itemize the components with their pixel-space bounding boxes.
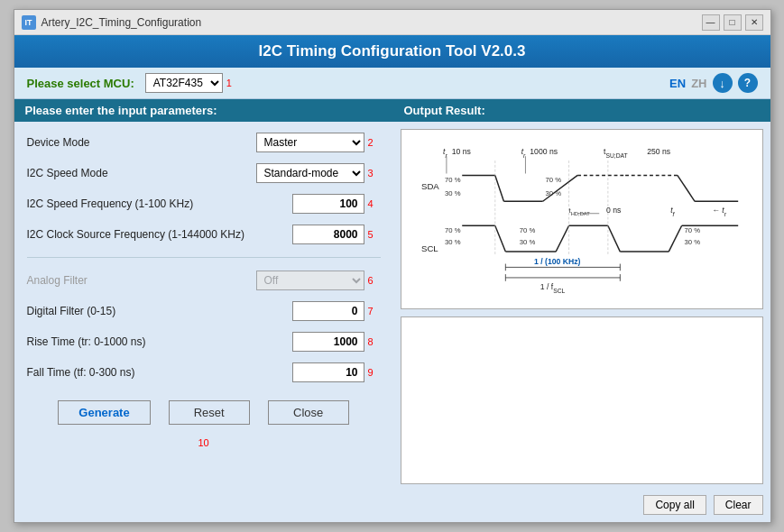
- svg-text:30 %: 30 %: [444, 189, 460, 197]
- fall-time-label: Fall Time (tf: 0-300 ns): [27, 366, 292, 379]
- svg-text:0 ns: 0 ns: [605, 206, 621, 215]
- generate-num: 10: [27, 437, 381, 448]
- speed-mode-control: Standard-mode 3: [256, 163, 381, 183]
- svg-text:70 %: 70 %: [444, 176, 460, 184]
- digital-filter-num: 7: [368, 306, 381, 316]
- maximize-button[interactable]: □: [724, 14, 742, 31]
- mcu-field-num: 1: [226, 78, 232, 88]
- copy-all-button[interactable]: Copy all: [643, 495, 706, 515]
- analog-filter-row: Analog Filter Off 6: [27, 269, 381, 292]
- bottom-buttons: Copy all Clear: [401, 491, 763, 515]
- analog-filter-num: 6: [368, 275, 381, 286]
- mcu-label: Please select MCU:: [27, 77, 134, 90]
- speed-mode-select[interactable]: Standard-mode: [256, 163, 364, 183]
- device-mode-label: Device Mode: [27, 136, 256, 149]
- mcu-bar: Please select MCU: AT32F435 1 EN ZH ↓ ?: [14, 68, 770, 99]
- lang-zh-button[interactable]: ZH: [691, 77, 706, 90]
- fall-time-num: 9: [368, 367, 381, 378]
- right-panel: Output Result: tr 10 ns tr 1000 ns tSU;D…: [393, 99, 770, 522]
- svg-text:70 %: 70 %: [684, 226, 700, 234]
- svg-text:tHD;DAT: tHD;DAT: [568, 206, 590, 216]
- clear-button[interactable]: Clear: [714, 495, 763, 515]
- clock-freq-label: I2C Clock Source Frequency (1-144000 KHz…: [27, 228, 292, 241]
- app-title: I2C Timing Configuration Tool V2.0.3: [259, 42, 526, 60]
- close-window-button[interactable]: ✕: [745, 14, 763, 31]
- speed-freq-num: 4: [368, 198, 381, 209]
- close-button[interactable]: Close: [268, 400, 349, 425]
- title-bar-controls: — □ ✕: [702, 14, 763, 31]
- svg-text:tf: tf: [670, 206, 675, 217]
- main-content: Please enter the input parameters: Devic…: [14, 99, 770, 522]
- speed-freq-control: 4: [292, 194, 381, 214]
- right-panel-header: Output Result:: [393, 99, 770, 122]
- left-panel-body: Device Mode Master 2 I2C Speed Mode Stan…: [14, 122, 393, 522]
- svg-text:1 / (100 KHz): 1 / (100 KHz): [534, 258, 581, 267]
- device-mode-select[interactable]: Master: [256, 133, 364, 152]
- rise-time-input[interactable]: [292, 332, 364, 352]
- clock-freq-control: 5: [292, 225, 381, 244]
- analog-filter-label: Analog Filter: [27, 274, 256, 287]
- svg-text:tr: tr: [443, 147, 447, 159]
- digital-filter-row: Digital Filter (0-15) 7: [27, 299, 381, 323]
- speed-freq-input[interactable]: [292, 194, 364, 214]
- output-text-box[interactable]: [401, 316, 763, 484]
- mcu-select-group: Please select MCU: AT32F435 1: [27, 73, 232, 93]
- minimize-button[interactable]: —: [702, 14, 720, 31]
- rise-time-label: Rise Time (tr: 0-1000 ns): [27, 335, 292, 348]
- svg-text:30 %: 30 %: [684, 238, 700, 246]
- svg-text:tSU;DAT: tSU;DAT: [604, 147, 628, 159]
- device-mode-control: Master 2: [256, 133, 381, 152]
- device-mode-num: 2: [368, 137, 381, 148]
- main-window: IT Artery_I2C_Timing_Configuration — □ ✕…: [14, 9, 771, 523]
- generate-button[interactable]: Generate: [58, 400, 150, 425]
- svg-text:1 / fSCL: 1 / fSCL: [540, 282, 565, 294]
- left-panel-header: Please enter the input parameters:: [14, 99, 393, 122]
- svg-text:1000 ns: 1000 ns: [530, 147, 558, 156]
- analog-filter-select[interactable]: Off: [256, 271, 364, 290]
- divider-1: [27, 257, 381, 258]
- fall-time-control: 9: [292, 362, 381, 382]
- svg-text:10 ns: 10 ns: [451, 147, 471, 156]
- download-button[interactable]: ↓: [713, 73, 733, 93]
- lang-en-button[interactable]: EN: [669, 77, 686, 90]
- reset-button[interactable]: Reset: [169, 400, 250, 425]
- svg-text:30 %: 30 %: [519, 238, 535, 246]
- speed-freq-label: I2C Speed Frequency (1-100 KHz): [27, 197, 292, 210]
- action-buttons-row: Generate Reset Close: [27, 391, 381, 428]
- svg-text:SCL: SCL: [421, 243, 438, 253]
- speed-mode-label: I2C Speed Mode: [27, 167, 256, 179]
- svg-text:← tr: ← tr: [712, 206, 726, 217]
- fall-time-input[interactable]: [292, 362, 364, 382]
- rise-time-control: 8: [292, 332, 381, 352]
- mcu-select[interactable]: AT32F435: [145, 73, 223, 93]
- fall-time-row: Fall Time (tf: 0-300 ns) 9: [27, 361, 381, 384]
- right-panel-body: tr 10 ns tr 1000 ns tSU;DAT 250 ns SDA: [393, 122, 770, 522]
- left-panel: Please enter the input parameters: Devic…: [14, 99, 393, 522]
- help-button[interactable]: ?: [738, 73, 758, 93]
- device-mode-row: Device Mode Master 2: [27, 131, 381, 154]
- digital-filter-input[interactable]: [292, 301, 364, 321]
- title-bar-left: IT Artery_I2C_Timing_Configuration: [22, 15, 202, 30]
- header-bar: I2C Timing Configuration Tool V2.0.3: [14, 35, 770, 68]
- title-bar: IT Artery_I2C_Timing_Configuration — □ ✕: [14, 10, 770, 35]
- rise-time-num: 8: [368, 336, 381, 347]
- svg-text:250 ns: 250 ns: [647, 147, 671, 156]
- svg-text:70 %: 70 %: [444, 226, 460, 234]
- digital-filter-label: Digital Filter (0-15): [27, 305, 292, 317]
- analog-filter-control: Off 6: [256, 271, 381, 290]
- svg-text:30 %: 30 %: [444, 238, 460, 246]
- app-icon: IT: [22, 15, 36, 30]
- svg-text:30 %: 30 %: [545, 189, 561, 197]
- timing-diagram-svg: tr 10 ns tr 1000 ns tSU;DAT 250 ns SDA: [410, 139, 753, 299]
- window-title: Artery_I2C_Timing_Configuration: [42, 16, 202, 29]
- svg-text:70 %: 70 %: [545, 176, 561, 184]
- lang-controls: EN ZH ↓ ?: [669, 73, 757, 93]
- clock-freq-input[interactable]: [292, 225, 364, 244]
- svg-text:70 %: 70 %: [519, 226, 535, 234]
- clock-freq-num: 5: [368, 229, 381, 240]
- svg-text:SDA: SDA: [421, 181, 439, 191]
- speed-mode-num: 3: [368, 168, 381, 179]
- clock-freq-row: I2C Clock Source Frequency (1-144000 KHz…: [27, 223, 381, 246]
- timing-diagram: tr 10 ns tr 1000 ns tSU;DAT 250 ns SDA: [401, 129, 763, 309]
- speed-mode-row: I2C Speed Mode Standard-mode 3: [27, 161, 381, 185]
